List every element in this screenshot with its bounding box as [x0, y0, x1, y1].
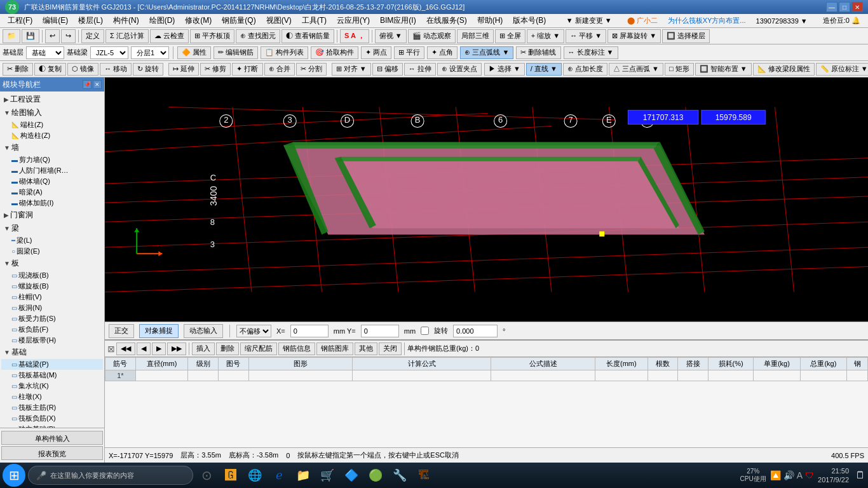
- copy-btn[interactable]: ◐ 复制: [34, 63, 66, 76]
- delete-btn[interactable]: ✂ 删除: [3, 63, 33, 76]
- taskbar-app-green[interactable]: 🟢: [365, 464, 386, 486]
- menu-item-0[interactable]: 工程(F): [3, 14, 37, 27]
- rebar-nav-last-btn[interactable]: ▶▶: [167, 342, 186, 355]
- rotate-checkbox[interactable]: [421, 327, 429, 335]
- sidebar-item-slab-neg-rebar[interactable]: ▭ 板负筋(F): [1, 324, 103, 335]
- view-btn[interactable]: 俯视 ▼: [375, 29, 407, 43]
- length-mark-btn[interactable]: ↔ 长度标注 ▼: [564, 46, 618, 59]
- extend-btn[interactable]: ↦ 延伸: [168, 63, 199, 76]
- sidebar-item-foundation-beam[interactable]: ▭ 基础梁(P): [1, 359, 103, 370]
- sidebar-item-spiral-slab[interactable]: ▭ 螺旋板(B): [1, 281, 103, 292]
- taskbar-app-tool[interactable]: 🔧: [389, 464, 410, 486]
- mirror-btn[interactable]: ⬡ 镜像: [67, 63, 98, 76]
- menu-item-8[interactable]: 工具(T): [297, 14, 332, 27]
- undo-btn[interactable]: ↩: [45, 29, 60, 43]
- delete-aux-btn[interactable]: ✂ 删除辅线: [516, 46, 560, 59]
- dynamic-input-btn[interactable]: 动态输入: [184, 324, 223, 338]
- taskbar-cortana-btn[interactable]: ⊙: [196, 464, 217, 486]
- rebar-other-btn[interactable]: 其他: [355, 342, 377, 355]
- menu-item-3[interactable]: 构件(N): [108, 14, 144, 27]
- sidebar-item-sump[interactable]: ▭ 集水坑(K): [1, 381, 103, 391]
- cloud-check-btn[interactable]: ☁ 云检查: [150, 29, 189, 43]
- rebar-nav-first-btn[interactable]: ◀◀: [116, 342, 135, 355]
- sa-btn[interactable]: S A ，: [340, 29, 369, 43]
- align-btn[interactable]: ⊞ 对齐 ▼: [332, 63, 371, 76]
- redo-btn[interactable]: ↪: [61, 29, 76, 43]
- y-input[interactable]: [361, 325, 399, 337]
- smart-layout-btn[interactable]: 🔲 智能布置 ▼: [695, 63, 752, 76]
- sidebar-section-door[interactable]: ▶ 门窗洞: [1, 208, 103, 222]
- orthogonal-btn[interactable]: 正交: [109, 324, 134, 338]
- sidebar-item-beam[interactable]: ━ 梁(L): [1, 235, 103, 246]
- fullscreen-btn[interactable]: ⊞ 全屏: [495, 29, 526, 43]
- offset-mode-select[interactable]: 不偏移: [236, 325, 271, 337]
- menu-item-12[interactable]: 帮助(H): [472, 14, 508, 27]
- notification-area[interactable]: 🗒: [855, 470, 865, 481]
- select-btn[interactable]: ▶ 选择 ▼: [484, 63, 525, 76]
- select-floor-btn[interactable]: 🔲 选择楼层: [662, 29, 710, 43]
- sidebar-close-btn[interactable]: ✕: [93, 80, 102, 89]
- two-point-btn[interactable]: ✦ 两点: [361, 46, 391, 59]
- close-button[interactable]: ✕: [851, 2, 863, 12]
- sidebar-item-round-beam[interactable]: ○ 圆梁(E): [1, 246, 103, 257]
- menu-item-5[interactable]: 修改(M): [180, 14, 217, 27]
- antivirus-icon[interactable]: 🛡: [805, 470, 814, 480]
- sidebar-item-cast-slab[interactable]: ▭ 现浇板(B): [1, 270, 103, 281]
- break-btn[interactable]: ✦ 打断: [232, 63, 262, 76]
- single-component-input-btn[interactable]: 单构件输入: [1, 431, 103, 445]
- property-btn[interactable]: 🔶 属性: [177, 46, 211, 59]
- menu-item-10[interactable]: BIM应用(I): [375, 14, 421, 27]
- menu-item-1[interactable]: 编辑(E): [37, 14, 73, 27]
- guangxiao-btn[interactable]: ⬤ 广小二: [622, 15, 663, 27]
- rotate-input[interactable]: [453, 325, 498, 337]
- taskbar-app-edge[interactable]: ℯ: [268, 464, 290, 486]
- pan-btn[interactable]: ↔ 平移 ▼: [566, 29, 606, 43]
- open-btn[interactable]: 📁: [3, 29, 20, 43]
- rotate-btn[interactable]: ↻ 旋转: [133, 63, 163, 76]
- three-arc-btn[interactable]: △ 三点画弧 ▼: [609, 63, 663, 76]
- taskbar-app-folder[interactable]: 📁: [292, 464, 314, 486]
- sidebar-section-foundation[interactable]: ▼ 基础: [1, 346, 103, 359]
- price-btn[interactable]: 造价豆:0 🔔: [818, 15, 865, 27]
- sidebar-item-col-cap[interactable]: ▭ 柱帽(V): [1, 292, 103, 302]
- menu-item-7[interactable]: 视图(V): [261, 14, 297, 27]
- sidebar-item-masonry-rebar[interactable]: ▬ 砌体加筋(I): [1, 198, 103, 208]
- sidebar-item-masonry-wall[interactable]: ▬ 砌体墙(Q): [1, 176, 103, 187]
- sidebar-item-drawing-input[interactable]: ▼ 绘图输入: [1, 106, 103, 119]
- local-3d-btn[interactable]: 局部三维: [457, 29, 494, 43]
- rebar-lib-btn[interactable]: 钢筋图库: [316, 342, 353, 355]
- rebar-info-btn[interactable]: 钢筋信息: [278, 342, 315, 355]
- sidebar-item-slab-opening[interactable]: ▭ 板洞(N): [1, 302, 103, 313]
- rebar-close-btn[interactable]: 关闭: [379, 342, 402, 355]
- modify-beam-btn[interactable]: 📐 修改梁段属性: [753, 63, 815, 76]
- component-list-btn[interactable]: 📋 构件列表: [261, 46, 308, 59]
- object-snap-btn[interactable]: 对象捕捉: [139, 324, 179, 338]
- layer-num-select[interactable]: 分层1: [131, 46, 169, 59]
- menu-item-2[interactable]: 楼层(L): [73, 14, 108, 27]
- line-btn[interactable]: / 直线 ▼: [526, 63, 562, 76]
- menu-item-9[interactable]: 云应用(Y): [332, 14, 375, 27]
- trim-btn[interactable]: ✂ 修剪: [200, 63, 231, 76]
- new-change-btn[interactable]: ▼ 新建变更 ▼: [561, 15, 617, 27]
- menu-item-4[interactable]: 绘图(D): [144, 14, 180, 27]
- phone-btn[interactable]: 13907298339 ▼: [751, 16, 813, 26]
- rebar-nav-next-btn[interactable]: ▶: [152, 342, 166, 355]
- dynamic-view-btn[interactable]: 🎬 动态观察: [408, 29, 456, 43]
- taskbar-app-build[interactable]: 🏗: [413, 464, 435, 486]
- sidebar-item-project-settings[interactable]: ▶ 工程设置: [1, 93, 103, 106]
- sidebar-item-floor-band[interactable]: ▭ 楼层板带(H): [1, 335, 103, 346]
- sidebar-item-raft-main-rebar[interactable]: ▭ 筏板主筋(R): [1, 402, 103, 413]
- rebar-nav-prev-btn[interactable]: ◀: [137, 342, 151, 355]
- sidebar-item-slab-stress-rebar[interactable]: ▭ 板受力筋(S): [1, 313, 103, 324]
- menu-item-11[interactable]: 在线服务(S): [421, 14, 472, 27]
- sidebar-item-constructcol[interactable]: 📐 构造柱(Z): [1, 130, 103, 141]
- volume-icon[interactable]: 🔊: [783, 470, 794, 480]
- pick-component-btn[interactable]: 🎯 拾取构件: [311, 46, 358, 59]
- sidebar-item-endcol[interactable]: 📐 端柱(Z): [1, 119, 103, 130]
- define-btn[interactable]: 定义: [81, 29, 104, 43]
- sidebar-pin-btn[interactable]: 📌: [83, 80, 92, 89]
- screen-rotate-btn[interactable]: ⊠ 屏幕旋转 ▼: [607, 29, 661, 43]
- set-fixture-btn[interactable]: ⊕ 设置夹点: [437, 63, 482, 76]
- taskbar-app-blue[interactable]: 🔷: [341, 464, 362, 486]
- point-extend-btn[interactable]: ⊕ 点加长度: [563, 63, 607, 76]
